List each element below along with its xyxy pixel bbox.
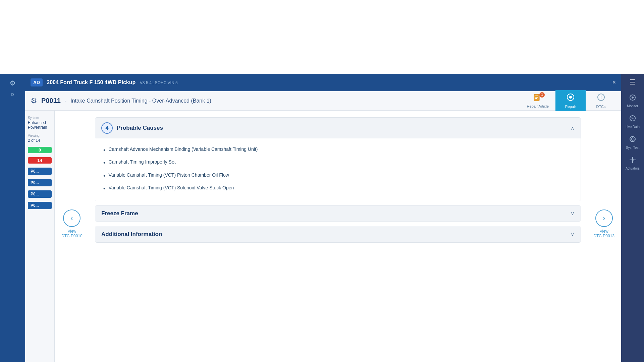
repair-icon — [566, 93, 575, 103]
dtc-list-icon: ⚙ — [10, 76, 16, 90]
app-container: ⚙ D AD 2004 Ford Truck F 150 4WD Pickup … — [0, 74, 644, 362]
nav-rail: ☰ Monitor Live Data — [621, 74, 644, 362]
dtc-pill-4[interactable]: P0... — [28, 202, 52, 209]
repair-button[interactable]: Repair — [555, 90, 586, 111]
dtc-pill-3[interactable]: P0... — [28, 190, 52, 198]
dtc-engine-icon: ⚙ — [31, 97, 37, 105]
dtcs-icon — [597, 93, 605, 103]
cause-item-4: • Variable Camshaft Timing (VCT) Solenoi… — [103, 182, 573, 195]
svg-point-22 — [632, 159, 634, 161]
probable-causes-title: Probable Causes — [117, 125, 567, 131]
svg-rect-1 — [535, 96, 538, 96]
viewing-info: Viewing 2 of 14 — [28, 134, 52, 143]
main-content: ‹ View DTC P0010 › View DTC P0013 — [55, 111, 621, 362]
green-badge: 0 — [28, 147, 52, 153]
bullet-1: • — [103, 146, 105, 154]
svg-point-10 — [632, 97, 634, 99]
left-sidebar: System Enhanced Powertrain Viewing 2 of … — [25, 111, 55, 362]
outer-left-panel: ⚙ D — [0, 74, 25, 362]
freeze-frame-chevron: ∨ — [571, 210, 575, 217]
vehicle-title: 2004 Ford Truck F 150 4WD Pickup V8-5.4L… — [47, 79, 608, 85]
livedata-label: Live Data — [626, 125, 640, 129]
dtc-separator: - — [65, 98, 66, 104]
red-badge: 14 — [28, 157, 52, 164]
cause-item-3: • Variable Camshaft Timing (VCT) Piston … — [103, 170, 573, 182]
actuators-icon — [629, 156, 636, 165]
cause-item-2: • Camshaft Timing Improperly Set — [103, 157, 573, 169]
vehicle-subtitle: V8-5.4L SOHC VIN 5 — [140, 80, 178, 85]
vehicle-name: 2004 Ford Truck F 150 4WD Pickup — [47, 79, 136, 85]
probable-causes-chevron: ∧ — [571, 125, 575, 131]
cause-item-1: • Camshaft Advance Mechanism Binding (Va… — [103, 144, 573, 157]
bullet-2: • — [103, 159, 105, 167]
prev-arrow-icon: ‹ — [70, 213, 73, 223]
svg-rect-3 — [535, 98, 537, 99]
prev-arrow-circle[interactable]: ‹ — [63, 209, 80, 227]
svg-rect-7 — [601, 96, 601, 98]
hamburger-menu[interactable]: ☰ — [621, 74, 644, 90]
prev-arrow-label: View DTC P0010 — [61, 229, 83, 238]
svg-point-13 — [631, 138, 634, 140]
dtc-header: ⚙ P0011 - Intake Camshaft Position Timin… — [25, 91, 621, 111]
nav-item-actuators[interactable]: Actuators — [621, 153, 644, 174]
system-label: System — [28, 116, 52, 120]
title-bar: AD 2004 Ford Truck F 150 4WD Pickup V8-5… — [25, 74, 621, 91]
probable-causes-body: • Camshaft Advance Mechanism Binding (Va… — [95, 138, 581, 201]
repair-article-icon: 1 — [533, 94, 542, 103]
system-info: System Enhanced Powertrain — [28, 116, 52, 130]
dtc-pill-2[interactable]: P0... — [28, 179, 52, 186]
systest-icon — [629, 135, 636, 144]
header-actions: 1 Repair Article Repair — [520, 90, 616, 111]
next-arrow-icon: › — [602, 213, 605, 223]
bullet-4: • — [103, 185, 105, 192]
monitor-label: Monitor — [627, 104, 638, 108]
probable-causes-header[interactable]: 4 Probable Causes ∧ — [95, 118, 581, 138]
repair-label: Repair — [565, 105, 576, 109]
actuators-label: Actuators — [626, 167, 640, 170]
probable-causes-section: 4 Probable Causes ∧ • Camshaft Advance M… — [95, 117, 581, 201]
main-window: AD 2004 Ford Truck F 150 4WD Pickup V8-5… — [25, 74, 621, 362]
monitor-icon — [629, 94, 636, 103]
outer-panel-label: D — [11, 92, 15, 97]
accordions-container: 4 Probable Causes ∧ • Camshaft Advance M… — [95, 117, 581, 243]
next-dtc-nav[interactable]: › View DTC P0013 — [593, 209, 614, 238]
close-button[interactable]: × — [612, 79, 616, 86]
system-value: Enhanced Powertrain — [28, 120, 52, 130]
bullet-3: • — [103, 172, 105, 180]
cause-text-2: Camshaft Timing Improperly Set — [109, 159, 176, 165]
viewing-label: Viewing — [28, 134, 52, 137]
dtc-pill-1[interactable]: P0... — [28, 168, 52, 175]
ad-logo: AD — [31, 78, 43, 86]
additional-info-chevron: ∨ — [571, 231, 575, 237]
dtcs-button[interactable]: DTCs — [586, 90, 616, 111]
next-arrow-circle[interactable]: › — [595, 209, 613, 227]
repair-article-badge: 1 — [539, 92, 545, 98]
cause-text-1: Camshaft Advance Mechanism Binding (Vari… — [109, 146, 258, 152]
repair-article-button[interactable]: 1 Repair Article — [520, 91, 555, 111]
cause-text-3: Variable Camshaft Timing (VCT) Piston Ch… — [109, 172, 229, 178]
svg-rect-8 — [601, 98, 601, 99]
svg-rect-2 — [535, 97, 538, 98]
svg-point-5 — [569, 96, 572, 99]
additional-info-title: Additional Information — [101, 231, 567, 238]
nav-item-livedata[interactable]: Live Data — [621, 111, 644, 132]
freeze-frame-header[interactable]: Freeze Frame ∨ — [95, 205, 581, 222]
freeze-frame-section: Freeze Frame ∨ — [95, 205, 581, 222]
repair-article-label: Repair Article — [527, 104, 549, 108]
systest-label: Sys. Test — [626, 146, 639, 149]
dtc-code: P0011 — [41, 97, 61, 105]
livedata-icon — [629, 115, 636, 124]
additional-info-header[interactable]: Additional Information ∨ — [95, 226, 581, 242]
prev-dtc-nav[interactable]: ‹ View DTC P0010 — [61, 209, 83, 238]
dtc-description: Intake Camshaft Position Timing - Over-A… — [70, 98, 211, 104]
next-arrow-label: View DTC P0013 — [593, 229, 614, 238]
nav-item-systest[interactable]: Sys. Test — [621, 132, 644, 153]
additional-info-section: Additional Information ∨ — [95, 226, 581, 243]
dtcs-label: DTCs — [596, 105, 605, 109]
freeze-frame-title: Freeze Frame — [101, 210, 567, 217]
causes-count: 4 — [101, 122, 113, 134]
nav-item-monitor[interactable]: Monitor — [621, 90, 644, 111]
content-area: System Enhanced Powertrain Viewing 2 of … — [25, 111, 621, 362]
top-white-area — [0, 0, 644, 74]
cause-text-4: Variable Camshaft Timing (VCT) Solenoid … — [109, 185, 234, 190]
